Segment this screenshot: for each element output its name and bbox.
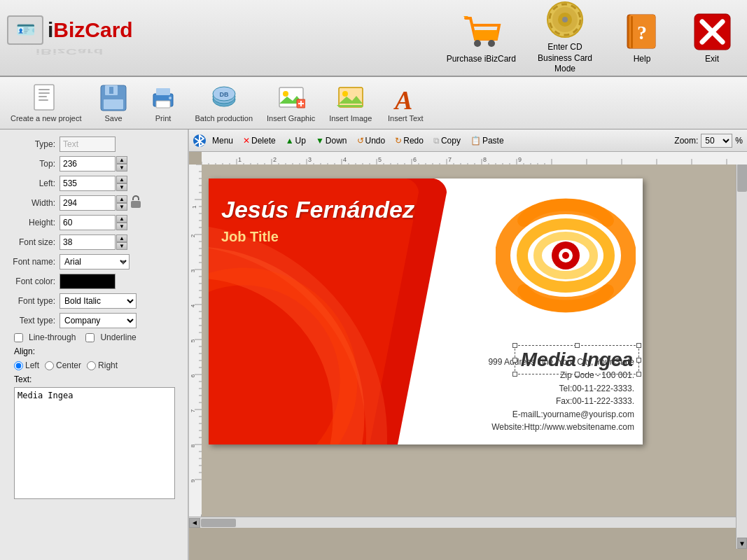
svg-text:4: 4 bbox=[190, 304, 196, 307]
canvas-wrapper[interactable]: // draw ticks via inline svg - we'll do … bbox=[189, 152, 747, 560]
down-label: Down bbox=[326, 136, 347, 146]
cd-mode-button[interactable]: Enter CD Business Card Mode bbox=[530, 1, 600, 75]
align-left-radio[interactable] bbox=[14, 361, 23, 370]
scrollbar-thumb-h[interactable] bbox=[201, 519, 236, 527]
insert-image-icon bbox=[337, 84, 365, 112]
new-project-button[interactable]: Create a new project bbox=[6, 80, 87, 126]
undo-button[interactable]: ↺ Undo bbox=[354, 134, 389, 148]
fonttype-select[interactable]: Bold Italic Regular Bold Italic bbox=[60, 293, 137, 309]
print-button[interactable]: Print bbox=[141, 80, 186, 126]
svg-rect-16 bbox=[39, 89, 50, 90]
fontcolor-picker[interactable] bbox=[60, 274, 116, 289]
handle-bm[interactable] bbox=[575, 372, 580, 377]
down-button[interactable]: ▼ Down bbox=[312, 134, 351, 148]
copy-button[interactable]: ⧉ Copy bbox=[430, 134, 464, 148]
left-down-button[interactable]: ▼ bbox=[116, 183, 127, 191]
zoom-pct-label: % bbox=[735, 136, 743, 146]
purchase-button[interactable]: Purchase iBizCard bbox=[447, 13, 516, 64]
underline-checkbox[interactable] bbox=[85, 333, 95, 342]
top-input[interactable] bbox=[60, 156, 116, 172]
scrollbar-track-h bbox=[200, 518, 736, 528]
svg-text:3: 3 bbox=[308, 156, 312, 163]
align-center-radio[interactable] bbox=[45, 361, 54, 370]
save-button[interactable]: Save bbox=[91, 80, 137, 126]
underline-label: Underline bbox=[100, 332, 136, 342]
card-logo-circle bbox=[496, 186, 636, 326]
svg-rect-26 bbox=[156, 101, 170, 108]
fontname-select[interactable]: Arial Times New Roman Courier Verdana bbox=[60, 254, 130, 270]
handle-br[interactable] bbox=[636, 372, 641, 377]
align-radio-row: Left Center Right bbox=[7, 360, 181, 370]
fontsize-down-button[interactable]: ▼ bbox=[116, 242, 127, 250]
delete-button[interactable]: ✕ Delete bbox=[239, 134, 279, 148]
menu-button[interactable]: Menu bbox=[209, 134, 237, 148]
exit-label: Exit bbox=[705, 54, 719, 64]
height-up-button[interactable]: ▲ bbox=[116, 215, 127, 223]
left-up-button[interactable]: ▲ bbox=[116, 176, 127, 183]
svg-point-33 bbox=[283, 91, 288, 97]
zoom-select[interactable]: 25 50 75 100 150 bbox=[701, 134, 732, 148]
horizontal-scrollbar[interactable]: ◄ ► bbox=[189, 517, 747, 528]
align-section-label: Align: bbox=[7, 346, 35, 356]
height-down-button[interactable]: ▼ bbox=[116, 223, 127, 230]
scrollbar-thumb-v[interactable] bbox=[737, 164, 747, 192]
help-button[interactable]: ? Help bbox=[614, 13, 670, 64]
top-up-button[interactable]: ▲ bbox=[116, 156, 127, 164]
vertical-scrollbar[interactable]: ▲ ▼ bbox=[736, 152, 747, 549]
insert-text-button[interactable]: A Insert Text bbox=[381, 80, 430, 126]
text-section-label: Text: bbox=[7, 374, 181, 384]
up-button[interactable]: ▲ Up bbox=[282, 134, 309, 148]
scroll-down-button[interactable]: ▼ bbox=[737, 538, 747, 549]
top-down-button[interactable]: ▼ bbox=[116, 164, 127, 172]
copy-icon: ⧉ bbox=[433, 136, 440, 146]
handle-tl[interactable] bbox=[512, 343, 517, 348]
width-input[interactable] bbox=[60, 195, 116, 211]
paste-label: Paste bbox=[482, 136, 504, 146]
insert-graphic-button[interactable]: Insert Graphic bbox=[262, 80, 320, 126]
undo-label: Undo bbox=[365, 136, 386, 146]
batch-production-button[interactable]: DB Batch production bbox=[190, 80, 258, 126]
height-label: Height: bbox=[7, 218, 60, 227]
paste-button[interactable]: 📋 Paste bbox=[467, 134, 508, 148]
handle-ml[interactable] bbox=[512, 358, 517, 363]
canvas-bg[interactable]: Jesús Fernández Job Title bbox=[202, 164, 747, 517]
business-card[interactable]: Jesús Fernández Job Title bbox=[209, 178, 643, 444]
new-project-label: Create a new project bbox=[11, 114, 82, 122]
texttype-select[interactable]: Company Name Job Title Address bbox=[60, 313, 137, 328]
fontsize-up-button[interactable]: ▲ bbox=[116, 234, 127, 242]
svg-text:9: 9 bbox=[190, 479, 196, 482]
align-right-radio[interactable] bbox=[87, 361, 96, 370]
handle-mr[interactable] bbox=[636, 358, 641, 363]
left-input[interactable] bbox=[60, 176, 116, 191]
svg-rect-18 bbox=[39, 96, 47, 97]
svg-text:?: ? bbox=[637, 22, 647, 43]
insert-image-button[interactable]: Insert Image bbox=[324, 80, 377, 126]
width-down-button[interactable]: ▼ bbox=[116, 203, 127, 211]
insert-graphic-label: Insert Graphic bbox=[267, 114, 315, 122]
lock-icon[interactable] bbox=[130, 195, 141, 211]
linethrough-checkbox[interactable] bbox=[14, 333, 23, 342]
checkbox-row: Line-through Underline bbox=[7, 332, 181, 342]
scroll-left-button[interactable]: ◄ bbox=[189, 518, 200, 528]
handle-bl[interactable] bbox=[512, 372, 517, 377]
svg-text:1: 1 bbox=[238, 156, 242, 163]
align-label-row: Align: bbox=[7, 346, 181, 356]
batch-icon: DB bbox=[210, 84, 238, 112]
svg-rect-22 bbox=[104, 99, 123, 109]
svg-text:8: 8 bbox=[483, 156, 487, 163]
insert-image-label: Insert Image bbox=[329, 114, 372, 122]
handle-tm[interactable] bbox=[575, 343, 580, 348]
header: 🪪 iBizCard iBizCard Purchase iBizCard bbox=[0, 0, 747, 77]
type-input[interactable] bbox=[60, 136, 116, 152]
height-input[interactable] bbox=[60, 215, 116, 230]
width-up-button[interactable]: ▲ bbox=[116, 195, 127, 203]
redo-button[interactable]: ↻ Redo bbox=[391, 134, 427, 148]
type-label: Type: bbox=[7, 139, 60, 149]
width-spinner: ▲ ▼ bbox=[116, 195, 127, 211]
delete-label: Delete bbox=[251, 136, 276, 146]
text-textarea[interactable]: Media Ingea bbox=[14, 387, 175, 499]
exit-button[interactable]: Exit bbox=[684, 13, 740, 64]
fontsize-input[interactable] bbox=[60, 234, 116, 250]
card-company-selected[interactable]: Media Ingea bbox=[515, 345, 639, 374]
handle-tr[interactable] bbox=[636, 343, 641, 348]
